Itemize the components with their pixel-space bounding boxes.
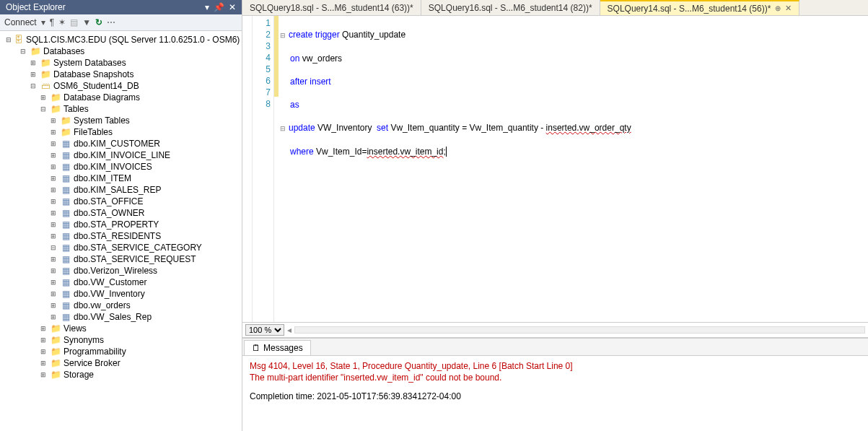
object-explorer: Object Explorer ▾ 📌 ✕ Connect ▾ ¶ ✶ ▤ ▼ … xyxy=(0,0,242,431)
outline-gutter xyxy=(242,16,253,322)
separator: ▤ xyxy=(70,17,78,27)
tree-table[interactable]: ⊞▦dbo.STA_OFFICE xyxy=(0,196,242,207)
tree-system-databases[interactable]: ⊞📁System Databases xyxy=(0,57,242,69)
error-line: The multi-part identifier "inserted.vw_i… xyxy=(250,372,861,383)
disconnect-icon[interactable]: ¶ xyxy=(50,17,54,27)
tree-server[interactable]: ⊟🗄SQL1.CIS.MC3.EDU (SQL Server 11.0.6251… xyxy=(0,34,242,45)
tree-table[interactable]: ⊞▦dbo.vw_orders xyxy=(0,300,242,311)
tree-synonyms[interactable]: ⊞📁Synonyms xyxy=(0,334,242,346)
tab-label: SQLQuery14.sql - S...M6_student14 (56))* xyxy=(608,4,771,14)
connect-dropdown-icon[interactable]: ▾ xyxy=(41,17,45,27)
dropdown-icon[interactable]: ▾ xyxy=(205,2,209,12)
tree-table[interactable]: ⊞▦dbo.KIM_ITEM xyxy=(0,173,242,184)
messages-tabs: 🗒 Messages xyxy=(242,339,868,356)
filter-icon[interactable]: ▼ xyxy=(82,17,91,27)
messages-tab[interactable]: 🗒 Messages xyxy=(244,340,311,355)
messages-pane: 🗒 Messages Msg 4104, Level 16, State 1, … xyxy=(242,337,868,431)
tree-table[interactable]: ⊞▦dbo.KIM_SALES_REP xyxy=(0,184,242,196)
tree-table[interactable]: ⊞▦dbo.VW_Inventory xyxy=(0,288,242,300)
tree-database-diagrams[interactable]: ⊞📁Database Diagrams xyxy=(0,92,242,103)
tree-table[interactable]: ⊞▦dbo.VW_Sales_Rep xyxy=(0,311,242,323)
tree-table[interactable]: ⊞▦dbo.KIM_INVOICE_LINE xyxy=(0,149,242,161)
tree-table[interactable]: ⊞▦dbo.STA_SERVICE_REQUEST xyxy=(0,253,242,265)
tab-sqlquery18[interactable]: SQLQuery18.sql - S...M6_student14 (63))* xyxy=(242,0,421,15)
code-area[interactable]: ⊟create trigger Quantity_update ⊟on vw_o… xyxy=(279,16,868,322)
explorer-header: Object Explorer ▾ 📌 ✕ xyxy=(0,0,242,14)
tree-system-tables[interactable]: ⊞📁System Tables xyxy=(0,115,242,126)
line-numbers: 12345678 xyxy=(253,16,274,322)
tree-programmability[interactable]: ⊞📁Programmability xyxy=(0,346,242,357)
zoom-bar: 100 % ◂ xyxy=(242,322,868,337)
tree-table[interactable]: ⊟▦dbo.STA_SERVICE_CATEGORY xyxy=(0,242,242,253)
tree-table[interactable]: ⊞▦dbo.STA_PROPERTY xyxy=(0,219,242,230)
tree-table[interactable]: ⊞▦dbo.KIM_INVOICES xyxy=(0,161,242,173)
pin-icon[interactable]: ⊕ xyxy=(775,4,781,12)
search-icon[interactable]: ⋯ xyxy=(107,17,115,27)
tree-storage[interactable]: ⊞📁Storage xyxy=(0,369,242,380)
tree-table[interactable]: ⊞▦dbo.STA_RESIDENTS xyxy=(0,230,242,242)
tree-table[interactable]: ⊞▦dbo.STA_OWNER xyxy=(0,207,242,219)
tree: ⊟🗄SQL1.CIS.MC3.EDU (SQL Server 11.0.6251… xyxy=(0,31,242,431)
tree-service-broker[interactable]: ⊞📁Service Broker xyxy=(0,357,242,369)
messages-tab-label: Messages xyxy=(263,343,303,353)
stop-icon[interactable]: ✶ xyxy=(58,17,66,27)
error-line: Msg 4104, Level 16, State 1, Procedure Q… xyxy=(250,360,861,372)
editor[interactable]: 12345678 ⊟create trigger Quantity_update… xyxy=(242,16,868,322)
tab-label: SQLQuery18.sql - S...M6_student14 (63))* xyxy=(250,3,413,13)
tab-label: SQLQuery16.sql - S...M6_student14 (82))* xyxy=(429,3,592,13)
tree-table[interactable]: ⊞▦dbo.VW_Customer xyxy=(0,277,242,288)
messages-icon: 🗒 xyxy=(252,343,260,353)
tree-views[interactable]: ⊞📁Views xyxy=(0,323,242,334)
completion-time: Completion time: 2021-05-10T17:56:39.834… xyxy=(250,391,861,402)
tree-databases[interactable]: ⊟📁Databases xyxy=(0,45,242,57)
main-area: SQLQuery18.sql - S...M6_student14 (63))*… xyxy=(242,0,868,431)
tree-tables-folder[interactable]: ⊟📁Tables xyxy=(0,103,242,115)
explorer-title: Object Explorer xyxy=(6,2,205,12)
pin-icon[interactable]: 📌 xyxy=(214,2,224,12)
refresh-icon[interactable]: ↻ xyxy=(95,17,102,27)
tree-table[interactable]: ⊞▦dbo.Verizon_Wireless xyxy=(0,265,242,277)
tab-bar: SQLQuery18.sql - S...M6_student14 (63))*… xyxy=(242,0,868,16)
tree-file-tables[interactable]: ⊞📁FileTables xyxy=(0,126,242,138)
zoom-select[interactable]: 100 % xyxy=(245,324,284,336)
tree-database-snapshots[interactable]: ⊞📁Database Snapshots xyxy=(0,69,242,80)
close-tab-icon[interactable]: ✕ xyxy=(785,4,792,13)
tab-sqlquery14[interactable]: SQLQuery14.sql - S...M6_student14 (56))*… xyxy=(600,0,800,15)
connect-button[interactable]: Connect xyxy=(4,17,37,27)
close-icon[interactable]: ✕ xyxy=(229,2,236,12)
messages-body[interactable]: Msg 4104, Level 16, State 1, Procedure Q… xyxy=(242,356,868,431)
scroll-left-icon[interactable]: ◂ xyxy=(287,325,291,335)
horizontal-scrollbar[interactable] xyxy=(294,326,865,334)
tree-student-db[interactable]: ⊟🗃OSM6_Student14_DB xyxy=(0,80,242,92)
tree-table[interactable]: ⊞▦dbo.KIM_CUSTOMER xyxy=(0,138,242,149)
explorer-toolbar: Connect ▾ ¶ ✶ ▤ ▼ ↻ ⋯ xyxy=(0,14,242,31)
tab-sqlquery16[interactable]: SQLQuery16.sql - S...M6_student14 (82))* xyxy=(421,0,600,15)
